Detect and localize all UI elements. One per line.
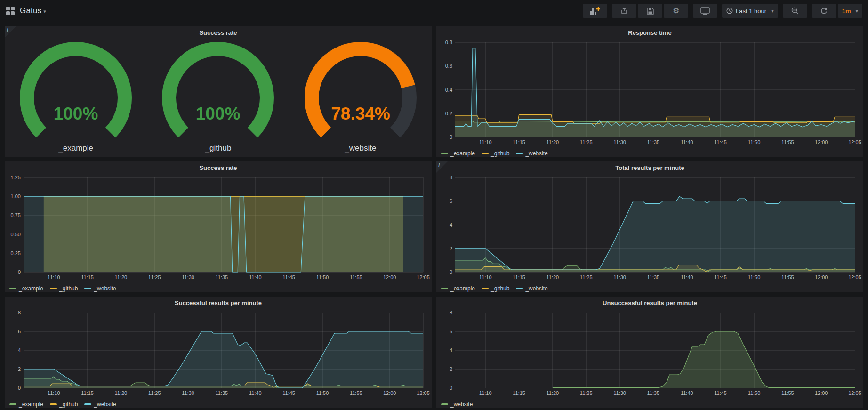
svg-text:1.25: 1.25 [11,175,21,180]
svg-text:2: 2 [450,246,452,251]
svg-text:11:55: 11:55 [350,390,362,396]
successful-results-chart[interactable]: 11:1011:1511:2011:2511:3011:3511:4011:45… [5,309,432,399]
panel-total-results: i Total results per minute 11:1011:1511:… [436,161,863,292]
panel-success-rate-graph: Success rate 11:1011:1511:2011:2511:3011… [5,161,432,292]
svg-text:11:35: 11:35 [216,274,228,280]
svg-text:8: 8 [450,310,452,315]
svg-text:11:40: 11:40 [681,139,693,145]
legend-item[interactable]: _website [516,150,547,157]
legend-item[interactable]: _example [441,285,475,292]
svg-text:11:10: 11:10 [479,139,492,145]
svg-text:12:00: 12:00 [815,390,828,396]
panel-title[interactable]: Total results per minute [436,161,863,174]
legend-item[interactable]: _example [9,285,43,292]
tv-mode-button[interactable] [693,4,717,18]
svg-text:11:20: 11:20 [115,274,128,280]
svg-text:11:25: 11:25 [148,390,161,396]
svg-text:0.50: 0.50 [11,232,21,237]
zoom-out-button[interactable] [783,4,807,18]
svg-text:11:25: 11:25 [148,274,161,280]
dashboard-grid-icon[interactable] [6,6,15,16]
panel-successful-results: Successful results per minute 11:1011:15… [5,297,432,408]
refresh-interval-button[interactable]: 1m ▾ [838,4,862,18]
legend-item[interactable]: _example [9,401,43,408]
legend: _example_github_website [5,399,432,408]
svg-text:0: 0 [450,385,452,391]
info-icon: i [438,162,440,168]
legend-item[interactable]: _website [84,401,116,408]
gauge-arc: 78.34% [292,40,429,143]
svg-text:11:15: 11:15 [81,390,94,396]
svg-text:11:10: 11:10 [48,390,60,396]
legend-item[interactable]: _website [516,285,547,292]
svg-text:11:35: 11:35 [216,390,228,396]
legend-item[interactable]: _website [441,401,473,408]
success-rate-chart[interactable]: 11:1011:1511:2011:2511:3011:3511:4011:45… [5,174,432,283]
legend-item[interactable]: _github [482,285,509,292]
svg-text:12:00: 12:00 [815,274,828,280]
navbar: Gatus▾ [0,0,868,22]
gauge-arc: 100% [150,40,286,143]
add-panel-button[interactable] [583,4,607,18]
panel-info-corner[interactable]: i [5,26,16,38]
legend: _website [436,399,863,408]
panel-title[interactable]: Successful results per minute [5,297,432,309]
panel-title[interactable]: Unsuccessful results per minute [436,297,863,309]
svg-text:11:15: 11:15 [81,274,94,280]
panel-info-corner[interactable]: i [436,161,448,173]
unsuccessful-results-chart[interactable]: 11:1011:1511:2011:2511:3011:3511:4011:45… [436,309,863,399]
save-icon [647,8,654,15]
clock-icon [726,8,733,14]
panel-title[interactable]: Success rate [5,26,432,39]
svg-text:11:45: 11:45 [282,390,295,396]
share-button[interactable] [612,4,636,18]
svg-text:4: 4 [450,347,452,353]
svg-text:11:40: 11:40 [249,390,262,396]
legend-item[interactable]: _github [50,401,78,408]
gear-icon: ⚙ [673,7,679,15]
svg-text:2: 2 [18,366,21,372]
legend: _example_github_website [436,148,863,157]
legend-label: _website [94,285,116,292]
svg-text:11:10: 11:10 [479,274,492,280]
refresh-button[interactable] [812,4,836,18]
save-button[interactable] [638,4,662,18]
legend-item[interactable]: _github [50,285,78,292]
refresh-icon [820,8,828,15]
legend-label: _website [525,285,547,292]
response-time-chart[interactable]: 11:1011:1511:2011:2511:3011:3511:4011:45… [436,39,863,148]
svg-text:11:20: 11:20 [547,390,559,396]
panel-success-rate-gauges: i Success rate 100% _example 100% _githu… [5,26,432,157]
svg-text:12:05: 12:05 [848,139,861,145]
panel-title[interactable]: Response time [436,26,863,39]
svg-text:11:45: 11:45 [714,390,727,396]
legend-item[interactable]: _github [482,150,509,157]
settings-button[interactable]: ⚙ [664,4,688,18]
dashboard-title[interactable]: Gatus▾ [20,6,46,16]
time-picker-button[interactable]: Last 1 hour ▾ [722,4,778,18]
add-panel-icon [590,7,600,15]
svg-text:11:55: 11:55 [781,139,794,145]
total-results-chart[interactable]: 11:1011:1511:2011:2511:3011:3511:4011:45… [436,174,863,283]
svg-text:0: 0 [450,134,452,140]
legend-item[interactable]: _example [441,150,475,157]
svg-text:0.25: 0.25 [11,250,21,256]
legend-swatch [516,153,523,154]
panel-title[interactable]: Success rate [5,161,432,174]
svg-text:4: 4 [450,222,452,228]
svg-text:11:10: 11:10 [479,390,492,396]
legend-item[interactable]: _website [84,285,116,292]
svg-text:11:50: 11:50 [748,274,761,280]
gauge-example: 100% _example [8,40,144,153]
dashboard-grid: i Success rate 100% _example 100% _githu… [0,22,868,408]
gauge-label: _website [345,144,376,153]
legend-swatch [50,288,57,289]
svg-text:6: 6 [18,329,21,334]
svg-text:0.4: 0.4 [445,87,452,93]
legend-label: _github [491,150,509,157]
svg-text:4: 4 [18,347,21,353]
panel-unsuccessful-results: Unsuccessful results per minute 11:1011:… [436,297,863,408]
svg-text:0: 0 [18,269,21,275]
svg-text:12:00: 12:00 [815,139,828,145]
svg-text:11:35: 11:35 [647,390,660,396]
